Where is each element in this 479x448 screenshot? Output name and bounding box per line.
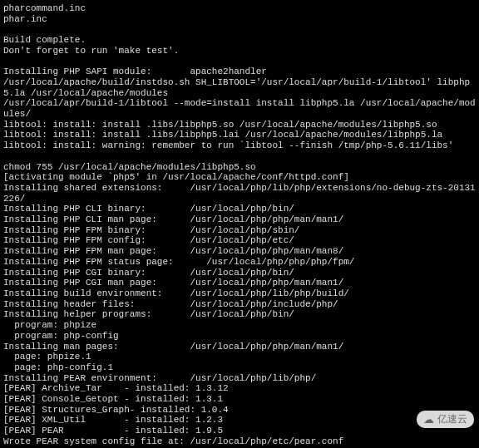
cloud-icon: ☁ [423, 413, 434, 426]
terminal-line: [PEAR] Structures_Graph- installed: 1.0.… [3, 405, 229, 415]
terminal-line: [PEAR] PEAR - installed: 1.9.5 [3, 426, 223, 436]
watermark-text: 亿速云 [437, 412, 467, 426]
terminal-line: phar.inc [3, 14, 47, 24]
terminal-line: [PEAR] Console_Getopt - installed: 1.3.1 [3, 394, 223, 404]
terminal-line: program: phpize [3, 320, 96, 330]
terminal-line: Installing PHP FPM config: /usr/local/ph… [3, 235, 294, 245]
terminal-line: Installing build environment: /usr/local… [3, 288, 349, 298]
terminal-line: Installing PHP FPM status page: /usr/loc… [3, 257, 354, 267]
terminal-line: Installing PHP SAPI module: apache2handl… [3, 66, 267, 76]
terminal-line: Installing PEAR environment: /usr/local/… [3, 373, 316, 383]
terminal-line: /usr/local/apache/build/instdso.sh SH_LI… [3, 77, 470, 98]
terminal-line: Installing PHP CGI man page: /usr/local/… [3, 278, 343, 288]
terminal-line: Installing PHP CLI man page: /usr/local/… [3, 214, 343, 224]
terminal-line: Installing PHP FPM binary: /usr/local/ph… [3, 225, 299, 235]
terminal-line: page: php-config.1 [3, 362, 113, 372]
terminal-line: Don't forget to run 'make test'. [3, 46, 179, 56]
terminal-line: Installing header files: /usr/local/php/… [3, 299, 338, 309]
terminal-line: Build complete. [3, 35, 86, 45]
terminal-line: Installing PHP CLI binary: /usr/local/ph… [3, 204, 294, 214]
terminal-line: Installing shared extensions: /usr/local… [3, 183, 476, 204]
terminal-line: chmod 755 /usr/local/apache/modules/libp… [3, 162, 256, 172]
terminal-line: Installing helper programs: /usr/local/p… [3, 309, 294, 319]
terminal-line: [PEAR] XML_Util - installed: 1.2.3 [3, 415, 223, 425]
terminal-line: pharcommand.inc [3, 3, 86, 13]
terminal-line: Installing PHP FPM man page: /usr/local/… [3, 246, 343, 256]
terminal-output: pharcommand.inc phar.inc Build complete.… [0, 0, 479, 448]
watermark-badge: ☁ 亿速云 [417, 411, 474, 428]
terminal-line: page: phpize.1 [3, 352, 91, 362]
terminal-line: Installing man pages: /usr/local/php/php… [3, 342, 343, 352]
terminal-line: Installing PHP CGI binary: /usr/local/ph… [3, 268, 294, 278]
terminal-line: /usr/local/apr/build-1/libtool --mode=in… [3, 98, 476, 119]
terminal-line: program: php-config [3, 331, 119, 341]
terminal-line: [PEAR] Archive_Tar - installed: 1.3.12 [3, 383, 229, 393]
terminal-line: [activating module `php5' in /usr/local/… [3, 172, 349, 182]
terminal-line: Wrote PEAR system config file at: /usr/l… [3, 436, 343, 446]
terminal-line: libtool: install: install .libs/libphp5.… [3, 130, 442, 140]
terminal-line: libtool: install: warning: remember to r… [3, 140, 453, 150]
terminal-line: libtool: install: install .libs/libphp5.… [3, 120, 437, 130]
